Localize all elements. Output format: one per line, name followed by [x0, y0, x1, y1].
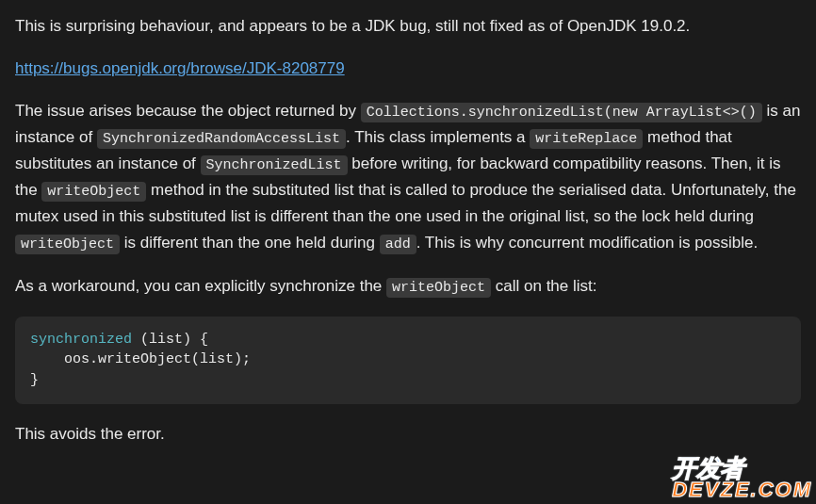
inline-code: Collections.synchronizedList(new ArrayLi…: [361, 103, 762, 122]
paragraph-explanation: The issue arises because the object retu…: [15, 98, 801, 255]
inline-code: writeObject: [41, 182, 146, 202]
inline-code: SynchronizedList: [201, 155, 348, 175]
text-segment: call on the list:: [491, 277, 596, 295]
watermark-line2: DEVZE.COM: [672, 480, 812, 500]
text-segment: . This is why concurrent modification is…: [416, 234, 759, 252]
inline-code: writeObject: [386, 278, 491, 298]
code-block: synchronized (list) { oos.writeObject(li…: [15, 317, 801, 404]
inline-code: writeObject: [15, 235, 120, 254]
answer-body: This is surprising behaviour, and appear…: [0, 0, 816, 473]
inline-code: writeReplace: [530, 129, 643, 149]
inline-code: SynchronizedRandomAccessList: [97, 129, 346, 149]
code-keyword: synchronized: [30, 332, 132, 348]
text-segment: is different than the one held during: [120, 234, 380, 252]
text-segment: The issue arises because the object retu…: [15, 102, 361, 120]
paragraph-workaround: As a workaround, you can explicitly sync…: [15, 273, 801, 300]
inline-code: add: [380, 235, 416, 254]
paragraph-intro: This is surprising behaviour, and appear…: [15, 13, 801, 39]
bug-link[interactable]: https://bugs.openjdk.org/browse/JDK-8208…: [15, 59, 345, 77]
text-segment: . This class implements a: [346, 128, 530, 146]
paragraph-conclusion: This avoids the error.: [15, 421, 801, 447]
paragraph-link: https://bugs.openjdk.org/browse/JDK-8208…: [15, 56, 801, 81]
text-segment: As a workaround, you can explicitly sync…: [15, 277, 386, 295]
